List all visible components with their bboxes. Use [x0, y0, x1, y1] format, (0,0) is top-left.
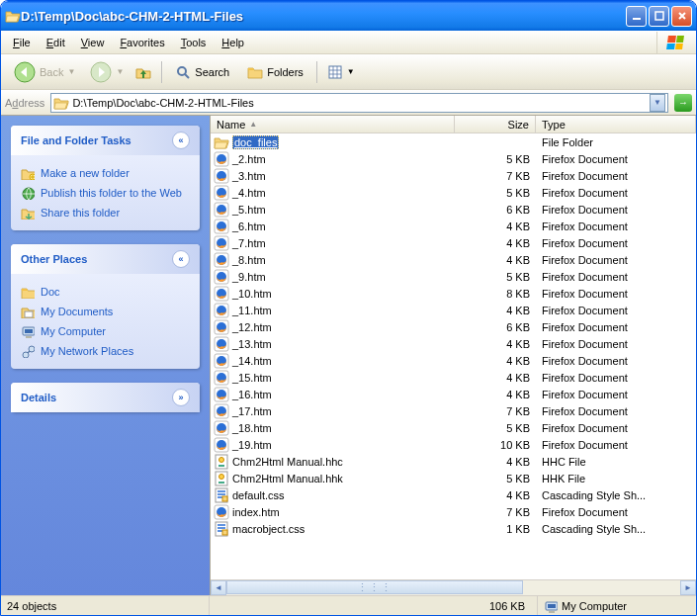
file-type: Firefox Document	[536, 170, 696, 182]
panel-header[interactable]: Details »	[11, 383, 200, 412]
file-name: _3.htm	[232, 170, 266, 182]
file-size: 5 KB	[455, 422, 536, 434]
file-row[interactable]: _3.htm7 KBFirefox Document	[211, 167, 696, 184]
ff-icon	[214, 504, 229, 520]
menu-view[interactable]: View	[73, 34, 113, 51]
file-type: Firefox Document	[536, 187, 696, 199]
back-button[interactable]: Back ▼	[7, 57, 82, 87]
scroll-track[interactable]: ⋮⋮⋮	[226, 580, 680, 595]
scroll-thumb[interactable]: ⋮⋮⋮	[226, 580, 523, 594]
up-button[interactable]	[131, 60, 155, 84]
file-size: 4 KB	[455, 237, 536, 249]
search-button[interactable]: Search	[168, 60, 236, 84]
views-button[interactable]: ▼	[323, 60, 359, 84]
collapse-icon: «	[172, 132, 190, 149]
file-row[interactable]: _4.htm5 KBFirefox Document	[211, 184, 696, 201]
file-row[interactable]: Chm2Html Manual.hhc4 KBHHC File	[211, 453, 696, 470]
file-row[interactable]: _9.htm5 KBFirefox Document	[211, 268, 696, 285]
menu-file[interactable]: File	[5, 34, 39, 51]
file-type: Firefox Document	[536, 204, 696, 216]
ff-icon	[214, 185, 229, 201]
forward-button[interactable]: ▼	[86, 57, 128, 87]
search-icon	[175, 64, 191, 80]
menu-favorites[interactable]: Favorites	[112, 34, 172, 51]
panel-header[interactable]: File and Folder Tasks «	[11, 126, 200, 155]
file-name: _9.htm	[232, 271, 266, 283]
task-publish[interactable]: Publish this folder to the Web	[21, 183, 190, 203]
file-type: Firefox Document	[536, 355, 696, 367]
file-name: default.css	[232, 489, 285, 501]
status-location: My Computer	[538, 596, 696, 615]
file-row[interactable]: _12.htm6 KBFirefox Document	[211, 318, 696, 335]
place-doc[interactable]: Doc	[21, 282, 190, 302]
file-row[interactable]: _2.htm5 KBFirefox Document	[211, 150, 696, 167]
window-title: D:\Temp\Doc\abc-CHM-2-HTML-Files	[21, 9, 626, 24]
file-row[interactable]: _17.htm7 KBFirefox Document	[211, 402, 696, 419]
close-button[interactable]	[671, 6, 692, 27]
task-make-folder[interactable]: Make a new folder	[21, 163, 190, 183]
place-my-documents[interactable]: My Documents	[21, 302, 190, 321]
file-row[interactable]: doc_filesFile Folder	[211, 133, 696, 150]
file-type: Firefox Document	[536, 389, 696, 400]
file-row[interactable]: _11.htm4 KBFirefox Document	[211, 302, 696, 318]
chevron-down-icon: ▼	[653, 98, 661, 107]
file-row[interactable]: _7.htm4 KBFirefox Document	[211, 234, 696, 251]
ff-icon	[214, 202, 229, 218]
file-size: 5 KB	[455, 473, 536, 484]
my-computer-icon	[21, 324, 35, 338]
file-type: Firefox Document	[536, 506, 696, 518]
file-name: _5.htm	[232, 204, 266, 216]
column-type[interactable]: Type	[536, 116, 696, 132]
column-name[interactable]: Name▲	[211, 116, 455, 132]
panel-header[interactable]: Other Places «	[11, 244, 200, 274]
file-name: _10.htm	[232, 288, 272, 300]
file-name: _13.htm	[232, 338, 272, 350]
horizontal-scrollbar[interactable]: ◄ ⋮⋮⋮ ►	[211, 579, 696, 595]
file-row[interactable]: _16.htm4 KBFirefox Document	[211, 386, 696, 402]
file-size: 5 KB	[455, 187, 536, 199]
file-type: File Folder	[536, 136, 696, 148]
menu-tools[interactable]: Tools	[173, 34, 215, 51]
file-type: Firefox Document	[536, 372, 696, 384]
file-row[interactable]: _19.htm10 KBFirefox Document	[211, 436, 696, 453]
file-size: 4 KB	[455, 305, 536, 316]
menu-help[interactable]: Help	[214, 34, 252, 51]
scroll-right-button[interactable]: ►	[680, 580, 696, 595]
file-row[interactable]: Chm2Html Manual.hhk5 KBHHK File	[211, 470, 696, 486]
file-row[interactable]: _13.htm4 KBFirefox Document	[211, 335, 696, 352]
folders-button[interactable]: Folders	[240, 60, 310, 84]
file-row[interactable]: _18.htm5 KBFirefox Document	[211, 419, 696, 436]
ff-icon	[214, 370, 229, 386]
ff-icon	[214, 151, 229, 167]
place-my-computer[interactable]: My Computer	[21, 321, 190, 341]
expand-icon: »	[172, 389, 190, 406]
address-input[interactable]: D:\Temp\Doc\abc-CHM-2-HTML-Files ▼	[50, 93, 668, 113]
file-name: _6.htm	[232, 220, 266, 232]
file-row[interactable]: index.htm7 KBFirefox Document	[211, 503, 696, 520]
menu-edit[interactable]: Edit	[39, 34, 73, 51]
minimize-button[interactable]	[626, 6, 647, 27]
arrow-right-icon: →	[678, 97, 688, 108]
address-label: Address	[5, 97, 44, 109]
go-button[interactable]: →	[674, 94, 692, 112]
file-row[interactable]: _5.htm6 KBFirefox Document	[211, 201, 696, 218]
address-dropdown-button[interactable]: ▼	[650, 94, 665, 112]
file-row[interactable]: default.css4 KBCascading Style Sh...	[211, 486, 696, 503]
column-size[interactable]: Size	[455, 116, 536, 132]
file-row[interactable]: _8.htm4 KBFirefox Document	[211, 251, 696, 268]
maximize-button[interactable]	[649, 6, 669, 27]
task-share[interactable]: Share this folder	[21, 203, 190, 222]
file-name: macrobject.css	[232, 523, 305, 535]
file-size: 5 KB	[455, 153, 536, 165]
file-size: 1 KB	[455, 523, 536, 535]
ff-icon	[214, 252, 229, 268]
file-row[interactable]: _10.htm8 KBFirefox Document	[211, 285, 696, 302]
file-row[interactable]: _6.htm4 KBFirefox Document	[211, 218, 696, 234]
place-network[interactable]: My Network Places	[21, 341, 190, 361]
scroll-left-button[interactable]: ◄	[211, 580, 226, 595]
file-row[interactable]: _15.htm4 KBFirefox Document	[211, 369, 696, 386]
file-row[interactable]: macrobject.css1 KBCascading Style Sh...	[211, 520, 696, 537]
status-size: 106 KB	[210, 596, 538, 615]
file-row[interactable]: _14.htm4 KBFirefox Document	[211, 352, 696, 369]
file-size: 4 KB	[455, 456, 536, 468]
